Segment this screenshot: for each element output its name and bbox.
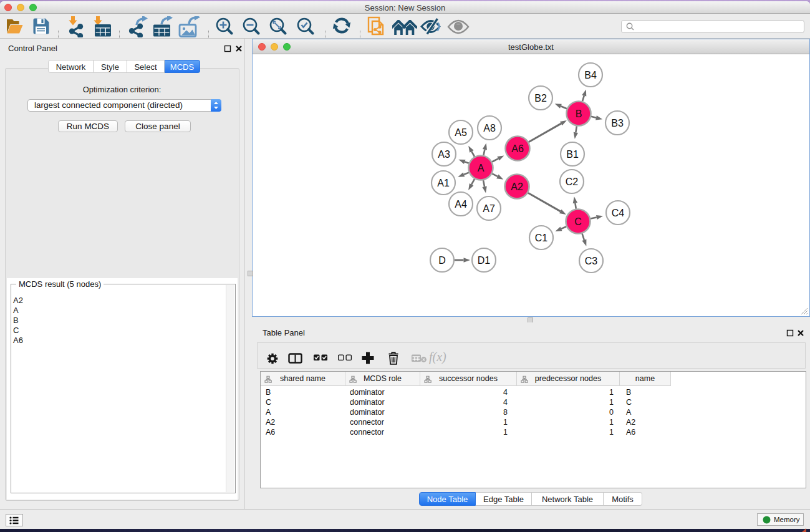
svg-text:B2: B2 [534, 93, 547, 104]
svg-text:A1: A1 [437, 178, 450, 188]
svg-text:C2: C2 [566, 177, 579, 187]
svg-text:C3: C3 [585, 256, 598, 266]
svg-text:C1: C1 [535, 233, 548, 243]
svg-text:D1: D1 [478, 255, 491, 266]
svg-text:A5: A5 [455, 127, 467, 138]
svg-text:C4: C4 [612, 208, 625, 218]
svg-text:B3: B3 [611, 118, 624, 128]
svg-text:A7: A7 [483, 203, 495, 214]
svg-text:B1: B1 [566, 149, 579, 160]
svg-text:A3: A3 [438, 149, 450, 160]
svg-text:A8: A8 [483, 123, 496, 133]
svg-text:A4: A4 [455, 199, 467, 210]
svg-text:B4: B4 [584, 70, 597, 80]
svg-text:B: B [576, 109, 582, 119]
svg-text:A2: A2 [511, 181, 523, 192]
svg-text:A: A [478, 163, 485, 173]
svg-text:D: D [438, 255, 446, 266]
svg-text:C: C [574, 216, 582, 227]
svg-text:A6: A6 [511, 143, 524, 154]
